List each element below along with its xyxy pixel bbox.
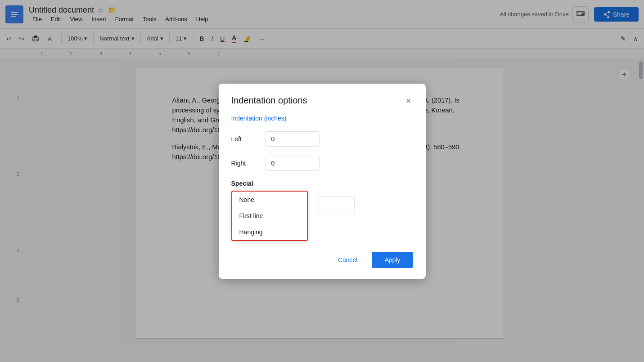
dialog-subtitle-text: Indentation (inches) [231, 115, 287, 122]
by-col [319, 180, 355, 211]
dialog-subtitle-row: Indentation (inches) [231, 114, 413, 122]
by-input[interactable] [319, 196, 355, 211]
dialog-close-button[interactable]: × [404, 94, 413, 107]
special-option-none[interactable]: None [232, 192, 307, 208]
modal-overlay: Indentation options × Indentation (inche… [0, 0, 644, 362]
by-row [319, 192, 355, 211]
cancel-button[interactable]: Cancel [329, 252, 367, 268]
dialog-title-text: Indentation options [231, 95, 307, 106]
left-input[interactable] [266, 131, 320, 147]
dialog-unit: (inches) [264, 115, 287, 122]
dialog-footer: Cancel Apply [231, 252, 413, 268]
special-label: Special [231, 180, 308, 187]
by-spacer [319, 180, 355, 192]
indentation-dialog: Indentation options × Indentation (inche… [219, 84, 426, 279]
right-input[interactable] [266, 156, 320, 171]
dialog-title-row: Indentation options × [231, 94, 413, 107]
right-label: Right [231, 160, 258, 167]
special-option-hanging[interactable]: Hanging [232, 224, 307, 240]
special-dropdown[interactable]: None First line Hanging [231, 191, 308, 241]
special-option-firstline[interactable]: First line [232, 208, 307, 224]
special-col: Special None First line Hanging [231, 180, 308, 241]
left-field-row: Left [231, 131, 413, 147]
special-by-row: Special None First line Hanging [231, 180, 413, 241]
left-label: Left [231, 135, 258, 143]
apply-button[interactable]: Apply [372, 252, 413, 268]
right-field-row: Right [231, 156, 413, 171]
